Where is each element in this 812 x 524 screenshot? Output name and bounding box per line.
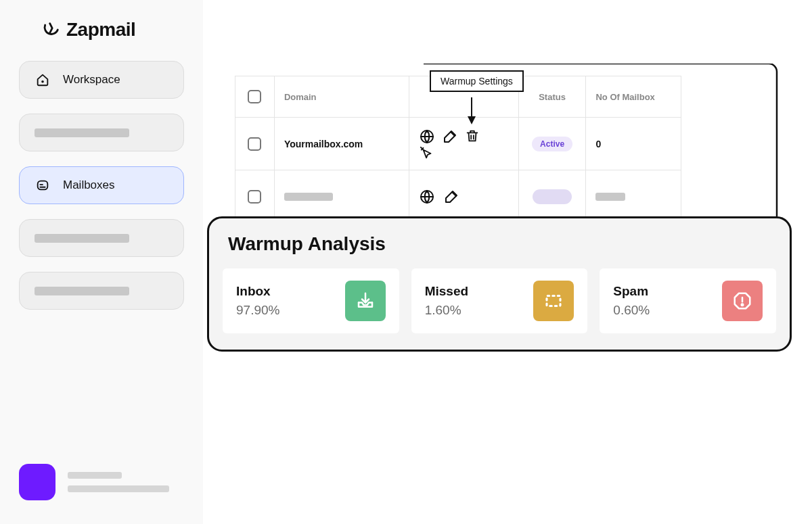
table-row: Yourmailbox.com bbox=[235, 117, 681, 170]
table-row bbox=[235, 170, 681, 222]
metric-card-missed: Missed 1.60% bbox=[411, 268, 588, 333]
edit-icon[interactable] bbox=[442, 128, 458, 145]
domain-table: Warmup Settings Domain Status No Of Mail… bbox=[235, 76, 681, 223]
placeholder-bar bbox=[35, 287, 129, 295]
status-badge-placeholder bbox=[533, 189, 572, 204]
select-all-checkbox[interactable] bbox=[248, 90, 261, 103]
domain-cell bbox=[275, 170, 409, 222]
domain-cell: Yourmailbox.com bbox=[275, 118, 409, 170]
status-cell: Active bbox=[519, 118, 587, 170]
placeholder-bar bbox=[68, 472, 122, 479]
placeholder-bar bbox=[35, 128, 129, 137]
brand-name: Zapmail bbox=[66, 19, 135, 41]
metric-label: Inbox bbox=[236, 284, 279, 299]
sidebar: Zapmail Workspace Mailboxes bbox=[0, 0, 203, 524]
home-icon bbox=[35, 72, 51, 88]
placeholder-bar bbox=[35, 234, 129, 243]
metric-card-inbox: Inbox 97.90% bbox=[223, 268, 399, 333]
row-checkbox[interactable] bbox=[248, 190, 261, 204]
header-domain: Domain bbox=[275, 76, 409, 117]
count-cell: 0 bbox=[586, 118, 681, 170]
metric-value: 0.60% bbox=[613, 303, 650, 318]
status-badge: Active bbox=[532, 137, 572, 151]
sidebar-item-placeholder[interactable] bbox=[19, 272, 184, 310]
svg-point-0 bbox=[42, 81, 43, 82]
user-text-placeholder bbox=[68, 472, 169, 492]
brand: Zapmail bbox=[0, 19, 203, 41]
warmup-icon[interactable] bbox=[419, 189, 435, 205]
row-checkbox-cell bbox=[235, 118, 275, 170]
sidebar-item-label: Workspace bbox=[63, 73, 120, 87]
missed-icon bbox=[533, 281, 574, 321]
metric-label: Spam bbox=[613, 284, 650, 299]
actions-cell bbox=[409, 118, 518, 170]
metric-card-spam: Spam 0.60% bbox=[600, 268, 776, 333]
tooltip-arrow-icon bbox=[466, 97, 478, 124]
main-area: Warmup Settings Domain Status No Of Mail… bbox=[203, 0, 812, 524]
placeholder-bar bbox=[68, 485, 169, 492]
sidebar-item-placeholder[interactable] bbox=[19, 114, 184, 151]
mailbox-icon bbox=[35, 177, 51, 193]
metric-cards: Inbox 97.90% Missed 1.60% bbox=[223, 268, 776, 333]
warmup-settings-tooltip: Warmup Settings bbox=[430, 70, 524, 92]
actions-cell bbox=[409, 170, 518, 222]
row-checkbox-cell bbox=[235, 170, 275, 222]
svg-marker-3 bbox=[468, 116, 476, 124]
edit-icon[interactable] bbox=[443, 189, 459, 205]
sidebar-item-mailboxes[interactable]: Mailboxes bbox=[19, 166, 184, 204]
svg-rect-6 bbox=[547, 296, 560, 306]
warmup-icon[interactable] bbox=[419, 128, 435, 145]
header-count: No Of Mailbox bbox=[586, 76, 681, 117]
header-status: Status bbox=[519, 76, 587, 117]
inbox-icon bbox=[345, 281, 386, 321]
sidebar-item-placeholder[interactable] bbox=[19, 219, 184, 257]
sidebar-item-label: Mailboxes bbox=[63, 178, 115, 192]
sidebar-nav: Workspace Mailboxes bbox=[0, 61, 203, 310]
count-cell bbox=[586, 170, 681, 222]
panel-title: Warmup Analysis bbox=[228, 233, 776, 255]
warmup-analysis-panel: Warmup Analysis Inbox 97.90% bbox=[207, 216, 792, 352]
sidebar-footer bbox=[0, 464, 203, 510]
svg-point-9 bbox=[742, 304, 744, 306]
cursor-icon bbox=[420, 146, 434, 163]
metric-label: Missed bbox=[425, 284, 468, 299]
placeholder-bar bbox=[284, 193, 333, 201]
row-checkbox[interactable] bbox=[248, 137, 261, 151]
metric-value: 1.60% bbox=[425, 303, 468, 318]
zap-icon bbox=[42, 20, 61, 39]
alert-icon bbox=[722, 281, 763, 321]
placeholder-bar bbox=[595, 193, 625, 201]
header-checkbox-cell bbox=[235, 76, 275, 117]
avatar[interactable] bbox=[19, 464, 55, 500]
metric-value: 97.90% bbox=[236, 303, 279, 318]
delete-icon[interactable] bbox=[465, 128, 480, 143]
status-cell bbox=[519, 170, 587, 222]
sidebar-item-workspace[interactable]: Workspace bbox=[19, 61, 184, 99]
